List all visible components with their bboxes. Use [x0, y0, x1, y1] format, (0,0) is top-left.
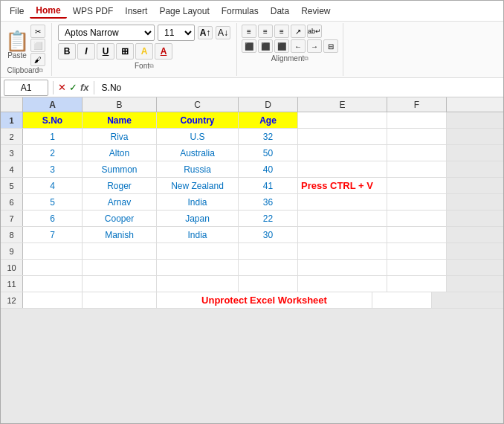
- cell-e1[interactable]: [298, 112, 387, 128]
- increase-font-button[interactable]: A↑: [198, 26, 213, 39]
- cell-c11[interactable]: [157, 276, 239, 292]
- cell-f12[interactable]: [372, 292, 432, 308]
- cell-d5[interactable]: 41: [239, 178, 298, 193]
- row-num-12[interactable]: 12: [1, 292, 23, 308]
- cell-f1[interactable]: [387, 112, 447, 128]
- cell-d10[interactable]: [239, 260, 298, 275]
- cell-a6[interactable]: 5: [23, 194, 83, 210]
- increase-indent-btn[interactable]: →: [307, 39, 322, 53]
- align-left-top[interactable]: ≡: [242, 25, 256, 38]
- cell-e5[interactable]: Press CTRL + V: [298, 178, 387, 193]
- menu-formulas[interactable]: Formulas: [216, 4, 265, 18]
- copy-button[interactable]: ⬜: [30, 39, 45, 52]
- cell-e9[interactable]: [298, 243, 387, 259]
- cell-c6[interactable]: India: [157, 194, 239, 210]
- menu-data[interactable]: Data: [265, 4, 295, 18]
- bold-button[interactable]: B: [58, 43, 76, 60]
- cell-a1[interactable]: S.No: [23, 112, 83, 128]
- cell-e4[interactable]: [298, 161, 387, 177]
- cell-c10[interactable]: [157, 260, 239, 275]
- row-num-8[interactable]: 8: [1, 227, 23, 242]
- alignment-expand[interactable]: ⧉: [304, 55, 308, 62]
- row-num-1[interactable]: 1: [1, 112, 23, 128]
- cell-a12[interactable]: [23, 292, 83, 308]
- cell-d8[interactable]: 30: [239, 227, 298, 242]
- cell-a9[interactable]: [23, 243, 83, 259]
- cell-c12[interactable]: Unprotect Excel Worksheet: [157, 292, 372, 308]
- row-num-5[interactable]: 5: [1, 178, 23, 193]
- cell-d6[interactable]: 36: [239, 194, 298, 210]
- cell-e3[interactable]: [298, 145, 387, 161]
- row-num-6[interactable]: 6: [1, 194, 23, 210]
- menu-wps-pdf[interactable]: WPS PDF: [67, 4, 120, 18]
- font-expand[interactable]: ⧉: [149, 62, 154, 70]
- cell-f6[interactable]: [387, 194, 447, 210]
- cell-c2[interactable]: U.S: [157, 129, 239, 144]
- cell-b2[interactable]: Riva: [83, 129, 157, 144]
- clipboard-expand[interactable]: ⧉: [39, 67, 43, 74]
- underline-button[interactable]: U: [97, 43, 114, 60]
- text-orient-button[interactable]: ↗: [291, 25, 306, 38]
- cell-d3[interactable]: 50: [239, 145, 298, 161]
- col-header-b[interactable]: B: [83, 97, 157, 112]
- cell-e10[interactable]: [298, 260, 387, 275]
- cell-c1[interactable]: Country: [157, 112, 239, 128]
- cell-e8[interactable]: [298, 227, 387, 242]
- cell-f8[interactable]: [387, 227, 447, 242]
- menu-review[interactable]: Review: [295, 4, 336, 18]
- cell-b7[interactable]: Cooper: [83, 211, 157, 226]
- cell-c7[interactable]: Japan: [157, 211, 239, 226]
- cell-e6[interactable]: [298, 194, 387, 210]
- menu-home[interactable]: Home: [30, 4, 66, 19]
- cell-f4[interactable]: [387, 161, 447, 177]
- row-num-11[interactable]: 11: [1, 276, 23, 292]
- formula-check-icon[interactable]: ✓: [69, 82, 77, 93]
- cell-f9[interactable]: [387, 243, 447, 259]
- font-color-button[interactable]: A: [155, 43, 172, 60]
- col-header-a[interactable]: A: [23, 97, 83, 112]
- decrease-font-button[interactable]: A↓: [216, 26, 230, 39]
- merge-center-btn[interactable]: ⊟: [323, 39, 338, 53]
- menu-file[interactable]: File: [4, 4, 30, 18]
- cell-f3[interactable]: [387, 145, 447, 161]
- cell-c9[interactable]: [157, 243, 239, 259]
- row-num-10[interactable]: 10: [1, 260, 23, 275]
- col-header-c[interactable]: C: [157, 97, 239, 112]
- cell-b5[interactable]: Roger: [83, 178, 157, 193]
- cell-a8[interactable]: 7: [23, 227, 83, 242]
- menu-insert[interactable]: Insert: [119, 4, 153, 18]
- row-num-9[interactable]: 9: [1, 243, 23, 259]
- cell-f7[interactable]: [387, 211, 447, 226]
- cell-a3[interactable]: 2: [23, 145, 83, 161]
- cell-d9[interactable]: [239, 243, 298, 259]
- cell-b10[interactable]: [83, 260, 157, 275]
- cell-a11[interactable]: [23, 276, 83, 292]
- cell-b12[interactable]: [83, 292, 157, 308]
- cell-f10[interactable]: [387, 260, 447, 275]
- align-right-btn[interactable]: ⬛: [274, 39, 289, 53]
- cell-d11[interactable]: [239, 276, 298, 292]
- formula-fx-icon[interactable]: fx: [80, 82, 89, 93]
- col-header-d[interactable]: D: [239, 97, 298, 112]
- row-num-2[interactable]: 2: [1, 129, 23, 144]
- row-num-4[interactable]: 4: [1, 161, 23, 177]
- col-header-f[interactable]: F: [387, 97, 447, 112]
- cell-b3[interactable]: Alton: [83, 145, 157, 161]
- cut-button[interactable]: ✂: [30, 25, 45, 38]
- cell-a5[interactable]: 4: [23, 178, 83, 193]
- cell-d4[interactable]: 40: [239, 161, 298, 177]
- cell-a10[interactable]: [23, 260, 83, 275]
- cell-b8[interactable]: Manish: [83, 227, 157, 242]
- paste-area[interactable]: 📋 Paste: [5, 31, 29, 60]
- cell-e11[interactable]: [298, 276, 387, 292]
- decrease-indent-btn[interactable]: ←: [291, 39, 306, 53]
- menu-page-layout[interactable]: Page Layout: [153, 4, 215, 18]
- align-left-btn[interactable]: ⬛: [242, 39, 256, 53]
- cell-e7[interactable]: [298, 211, 387, 226]
- cell-a4[interactable]: 3: [23, 161, 83, 177]
- border-button[interactable]: ⊞: [116, 43, 134, 60]
- italic-button[interactable]: I: [77, 43, 95, 60]
- cell-f5[interactable]: [387, 178, 447, 193]
- cell-b9[interactable]: [83, 243, 157, 259]
- col-header-e[interactable]: E: [298, 97, 387, 112]
